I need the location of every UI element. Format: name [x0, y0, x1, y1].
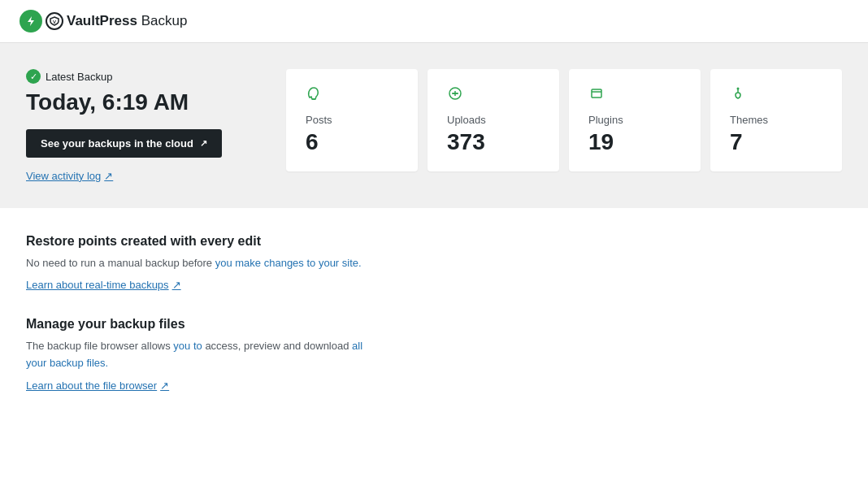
stats-cards: Posts 6 Uploads 373: [286, 69, 842, 171]
activity-log-link[interactable]: View activity log ↗: [26, 170, 113, 182]
backup-time: Today, 6:19 AM: [26, 89, 254, 116]
themes-label: Themes: [730, 114, 822, 126]
external-link-icon: ↗: [200, 138, 207, 149]
cloud-button-label: See your backups in the cloud: [41, 137, 193, 150]
svg-point-10: [737, 88, 740, 90]
restore-highlight: you make changes to your site.: [215, 257, 362, 269]
posts-label: Posts: [306, 114, 398, 126]
manage-files-section: Manage your backup files The backup file…: [26, 317, 842, 392]
realtime-backups-link[interactable]: Learn about real-time backups ↗: [26, 279, 181, 291]
realtime-backups-label: Learn about real-time backups: [26, 279, 169, 291]
activity-log-external-icon: ↗: [104, 170, 113, 182]
vaultpress-logo: V VaultPress Backup: [20, 10, 187, 33]
main-content: ✓ Latest Backup Today, 6:19 AM See your …: [0, 43, 868, 444]
posts-icon: [306, 85, 398, 106]
manage-highlight-1: you to: [173, 340, 202, 352]
stat-card-posts: Posts 6: [286, 69, 418, 171]
stat-card-themes: Themes 7: [710, 69, 842, 171]
latest-backup-text: Latest Backup: [46, 71, 112, 83]
activity-log-label: View activity log: [26, 170, 101, 182]
plugins-icon: [588, 85, 681, 106]
restore-points-section: Restore points created with every edit N…: [26, 234, 842, 292]
svg-text:V: V: [53, 20, 56, 24]
plugins-label: Plugins: [588, 114, 681, 126]
stat-card-uploads: Uploads 373: [427, 69, 559, 171]
plugins-value: 19: [588, 129, 681, 155]
themes-value: 7: [730, 129, 822, 155]
v-shield-icon: V: [46, 12, 63, 30]
svg-marker-0: [28, 16, 34, 26]
restore-points-text: No need to run a manual backup before yo…: [26, 255, 842, 272]
backup-panel: ✓ Latest Backup Today, 6:19 AM See your …: [0, 43, 868, 208]
bolt-icon: [20, 10, 42, 33]
info-sections: Restore points created with every edit N…: [0, 208, 868, 444]
file-browser-label: Learn about the file browser: [26, 379, 157, 392]
check-icon: ✓: [26, 69, 41, 84]
realtime-backups-external-icon: ↗: [172, 279, 181, 291]
latest-backup-label: ✓ Latest Backup: [26, 69, 254, 84]
backup-info: ✓ Latest Backup Today, 6:19 AM See your …: [26, 69, 254, 182]
stat-card-plugins: Plugins 19: [569, 69, 701, 171]
app-title: VaultPress Backup: [67, 13, 187, 29]
file-browser-external-icon: ↗: [160, 379, 169, 392]
uploads-icon: [447, 85, 540, 106]
restore-points-title: Restore points created with every edit: [26, 234, 842, 249]
manage-files-text: The backup file browser allows you to ac…: [26, 338, 842, 372]
uploads-value: 373: [447, 129, 540, 155]
posts-value: 6: [306, 129, 398, 155]
file-browser-link[interactable]: Learn about the file browser ↗: [26, 379, 169, 392]
uploads-label: Uploads: [447, 114, 540, 126]
manage-files-title: Manage your backup files: [26, 317, 842, 332]
svg-rect-8: [592, 89, 601, 98]
app-header: V VaultPress Backup: [0, 0, 868, 43]
themes-icon: [730, 85, 822, 106]
cloud-backup-button[interactable]: See your backups in the cloud ↗: [26, 129, 222, 158]
